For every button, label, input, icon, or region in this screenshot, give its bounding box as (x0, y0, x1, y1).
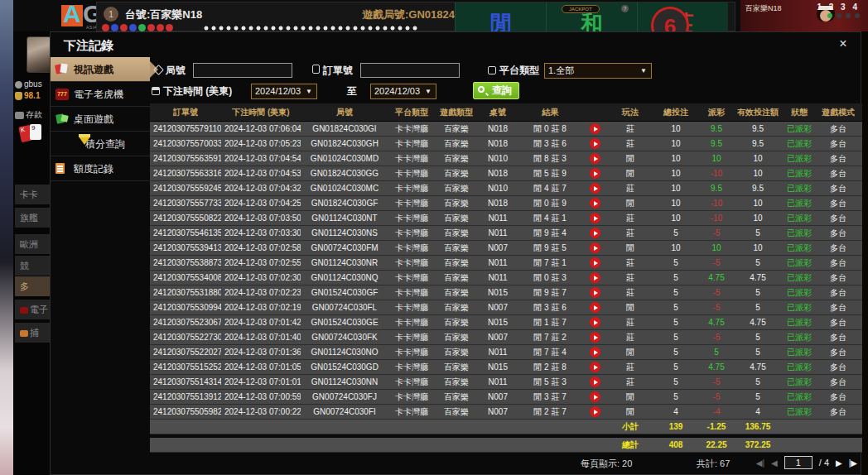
lobby-nav-item[interactable]: 旗艦 (15, 208, 50, 228)
lobby-nav-item[interactable]: 電子 (15, 300, 50, 319)
close-icon[interactable]: × (836, 36, 851, 51)
lobby-nav-item[interactable]: 捕 (15, 323, 50, 343)
first-page-icon[interactable]: ◀| (756, 458, 764, 468)
cell-platform: 卡卡灣廳 (388, 317, 435, 329)
column-header: 有效投注額 (735, 107, 781, 118)
cell-time: 2024-12-03 07:02:58 (221, 243, 301, 252)
cell-play: 莊 (607, 138, 653, 150)
lobby-nav-item[interactable]: 卡卡 (15, 185, 50, 204)
date-from-value: 2024/12/03 (255, 86, 301, 96)
money-bag-icon (15, 92, 22, 100)
slots-icon (20, 307, 28, 314)
cell-payout: 4.75 (698, 273, 735, 282)
cell-game: 百家樂 (435, 377, 478, 388)
replay-play-icon[interactable] (590, 317, 600, 328)
replay-play-icon[interactable] (590, 257, 600, 268)
platform-type-value: 1.全部 (548, 65, 574, 75)
cell-table_no: N015 (478, 288, 518, 297)
lobby-nav-item[interactable]: 競 (15, 256, 50, 276)
replay-play-icon[interactable] (590, 272, 600, 283)
cell-time: 2024-12-03 07:03:30 (221, 228, 301, 238)
replay-play-icon[interactable] (590, 198, 600, 209)
round-number-input[interactable] (193, 63, 292, 78)
credit-icon (55, 163, 65, 174)
cell-replay (582, 183, 607, 194)
search-button[interactable]: 查詢 (473, 82, 519, 99)
bet-tie-button[interactable]: JACKPOT ? 和 (546, 2, 637, 32)
cell-replay (582, 257, 607, 268)
replay-play-icon[interactable] (590, 153, 600, 164)
replay-play-icon[interactable] (590, 213, 600, 223)
cell-time: 2024-12-03 07:00:59 (221, 392, 301, 401)
replay-play-icon[interactable] (590, 242, 600, 253)
replay-play-icon[interactable] (590, 302, 600, 313)
replay-play-icon[interactable] (590, 183, 600, 194)
cell-time: 2024-12-03 07:02:55 (221, 258, 301, 267)
platform-type-select[interactable]: 1.全部 ▼ (544, 63, 652, 79)
jackpot-help-icon[interactable]: ? (621, 5, 629, 12)
replay-play-icon[interactable] (590, 391, 600, 402)
cell-table_no: N015 (478, 318, 518, 327)
page-number-input[interactable] (784, 456, 813, 469)
replay-play-icon[interactable] (590, 168, 600, 179)
cell-replay (582, 123, 607, 134)
cell-valid: 4 (735, 407, 781, 416)
prev-page-icon[interactable]: ◀ (771, 458, 778, 468)
total-payout: 22.25 (698, 440, 735, 449)
date-from-picker[interactable]: 2024/12/03 ▼ (251, 84, 317, 99)
cell-result: 閒 2 莊 7 (518, 406, 582, 418)
bet-player-button[interactable]: 閒 (455, 2, 546, 32)
replay-play-icon[interactable] (590, 377, 600, 387)
table-row: 2412030755143142024-12-03 07:01:01GN0112… (150, 375, 862, 390)
last-page-icon[interactable]: |▶ (849, 458, 857, 468)
cell-status: 已派彩 (781, 302, 817, 314)
cell-time: 2024-12-03 07:04:25 (221, 199, 301, 208)
date-to-picker[interactable]: 2024/12/03 ▼ (370, 84, 436, 99)
replay-play-icon[interactable] (590, 228, 600, 238)
lobby-nav-item[interactable]: 歐洲 (15, 234, 50, 254)
cell-valid: 10 (735, 243, 781, 252)
sidebar-item-table-games[interactable]: 桌面遊戲 (51, 107, 150, 132)
sidebar-item-cards[interactable]: 視訊遊戲 (51, 57, 150, 82)
cell-order: 241203075514314 (150, 377, 221, 386)
cell-table_no: N011 (478, 214, 518, 223)
cell-platform: 卡卡灣廳 (388, 347, 435, 358)
sidebar-item-points[interactable]: 積分查詢 (51, 132, 150, 156)
deposit-button[interactable]: 存款 (15, 109, 42, 121)
next-page-icon[interactable]: ▶ (836, 458, 842, 468)
replay-play-icon[interactable] (590, 362, 600, 372)
cell-result: 閒 8 莊 3 (518, 153, 582, 165)
cell-bet: 10 (653, 154, 698, 163)
bet-records-dialog: 下注記錄 × 視訊遊戲777電子老虎機桌面遊戲積分查詢額度記錄 局號 訂單號 平… (50, 31, 861, 475)
camera-select-dots[interactable] (827, 13, 860, 18)
cell-game: 百家樂 (435, 138, 478, 150)
order-number-input[interactable] (360, 63, 460, 78)
cell-time: 2024-12-03 07:04:53 (221, 169, 301, 178)
replay-play-icon[interactable] (590, 123, 600, 134)
sidebar-item-credit[interactable]: 額度記錄 (51, 156, 150, 181)
cell-table_no: N018 (478, 124, 518, 133)
cell-play: 莊 (607, 332, 653, 343)
cell-mode: 多台 (817, 198, 859, 209)
replay-play-icon[interactable] (590, 347, 600, 357)
cell-table_no: N018 (478, 139, 518, 148)
replay-play-icon[interactable] (590, 332, 600, 343)
cell-order: 241203075550822 (150, 214, 221, 223)
sidebar-item-label: 視訊遊戲 (74, 64, 113, 75)
cell-mode: 多台 (817, 138, 859, 150)
replay-play-icon[interactable] (590, 287, 600, 298)
sidebar-item-slots[interactable]: 777電子老虎機 (51, 82, 150, 107)
cell-round: GN01124C030NT (301, 214, 388, 223)
live-video-panel: 百家樂N18 1 2 3 4 (740, 0, 868, 31)
replay-play-icon[interactable] (590, 138, 600, 149)
cell-game: 百家樂 (435, 332, 478, 343)
game-header-panel: 1 台號:百家樂N18 遊戲局號:GN01824C030GJ 閒 JACKPOT… (96, 2, 735, 31)
replay-play-icon[interactable] (590, 406, 600, 417)
cell-order: 241203075515252 (150, 362, 221, 372)
cell-round: GN01124C030NR (301, 258, 388, 267)
platform-filter-label: 平台類型 (488, 64, 539, 78)
cell-platform: 卡卡灣廳 (388, 287, 435, 299)
cell-table_no: N010 (478, 154, 518, 163)
lobby-nav-item[interactable]: 多 (15, 276, 50, 296)
table-row: 2412030755508222024-12-03 07:03:50GN0112… (150, 211, 862, 226)
